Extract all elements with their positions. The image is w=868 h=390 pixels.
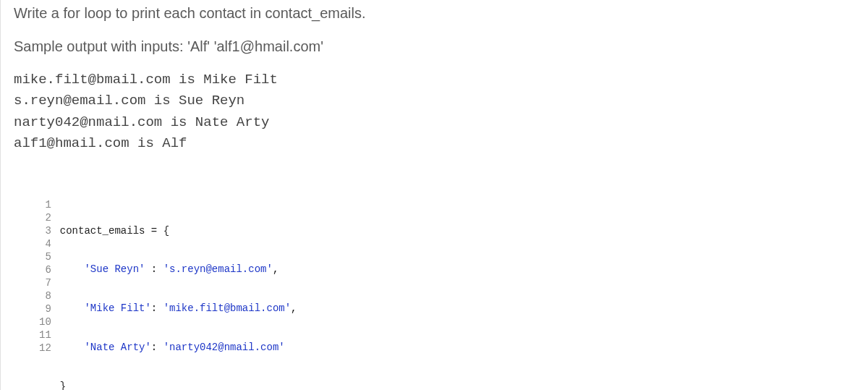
sample-output-block: mike.filt@bmail.com is Mike Filt s.reyn@…	[14, 69, 855, 155]
code-line[interactable]: }	[60, 380, 855, 390]
line-number: 1	[39, 198, 51, 211]
page-root: Write a for loop to print each contact i…	[0, 0, 868, 390]
problem-instructions: Write a for loop to print each contact i…	[1, 3, 868, 155]
code-line[interactable]: 'Mike Filt': 'mike.filt@bmail.com',	[60, 302, 855, 315]
line-number: 10	[39, 315, 51, 328]
code-editor-container: 1 2 3 4 5 6 7 8 9 10 11 12 contact_email…	[38, 198, 855, 390]
line-number: 12	[39, 342, 51, 355]
line-number: 4	[39, 237, 51, 250]
line-number: 11	[39, 328, 51, 342]
line-number: 6	[39, 263, 51, 276]
code-editor[interactable]: 1 2 3 4 5 6 7 8 9 10 11 12 contact_email…	[38, 198, 855, 390]
line-number: 2	[39, 211, 51, 224]
line-number: 9	[39, 302, 51, 315]
code-line[interactable]: contact_emails = {	[60, 224, 855, 237]
line-number: 3	[39, 224, 51, 237]
code-line[interactable]: 'Sue Reyn' : 's.reyn@email.com',	[60, 263, 855, 276]
instruction-line-2: Sample output with inputs: 'Alf' 'alf1@h…	[14, 36, 855, 56]
code-area[interactable]: contact_emails = { 'Sue Reyn' : 's.reyn@…	[60, 198, 855, 390]
instruction-line-1: Write a for loop to print each contact i…	[14, 3, 855, 23]
line-number-gutter: 1 2 3 4 5 6 7 8 9 10 11 12	[39, 198, 60, 390]
line-number: 5	[39, 250, 51, 263]
line-number: 8	[39, 289, 51, 302]
code-line[interactable]: 'Nate Arty': 'narty042@nmail.com'	[60, 341, 855, 354]
line-number: 7	[39, 276, 51, 289]
